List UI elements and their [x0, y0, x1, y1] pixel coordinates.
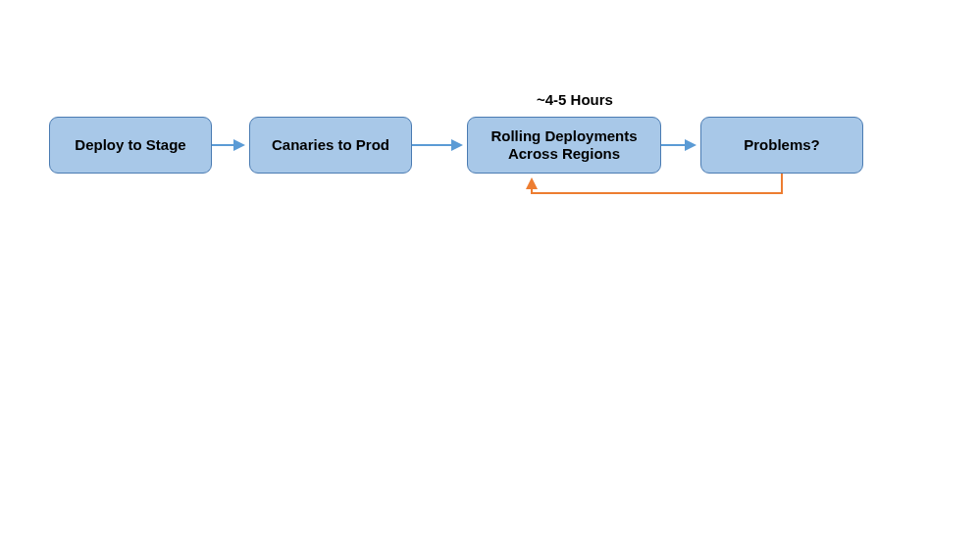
flowchart-diagram: ~4-5 Hours Deploy to Stage Canaries to P…	[49, 93, 932, 240]
node-rolling-deployments: Rolling Deployments Across Regions	[467, 117, 661, 174]
node-problems: Problems?	[700, 117, 863, 174]
node-label: Canaries to Prod	[272, 136, 389, 154]
arrow-3	[661, 137, 700, 153]
time-annotation: ~4-5 Hours	[537, 91, 613, 108]
feedback-arrow	[520, 174, 795, 213]
arrow-1	[212, 137, 249, 153]
arrow-2	[412, 137, 467, 153]
node-label: Problems?	[744, 136, 820, 154]
node-label: Rolling Deployments Across Regions	[472, 127, 656, 163]
node-label: Deploy to Stage	[75, 136, 185, 154]
node-deploy-stage: Deploy to Stage	[49, 117, 212, 174]
node-canaries-prod: Canaries to Prod	[249, 117, 412, 174]
